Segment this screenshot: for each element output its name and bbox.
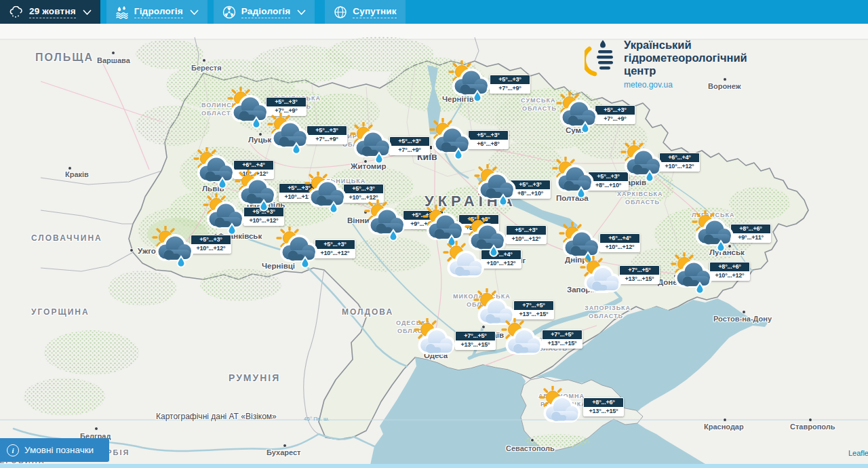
date-menu[interactable]: 29 жовтня bbox=[0, 0, 100, 24]
hydrology-icon bbox=[115, 5, 129, 19]
map-credit: Картографічні дані АТ «Візіком» bbox=[156, 412, 277, 421]
legend-button[interactable]: i Умовні позначки bbox=[0, 438, 109, 462]
hydrology-menu-label: Гідрологія bbox=[134, 6, 183, 18]
leaflet-attribution-link[interactable]: Leaflet bbox=[848, 449, 868, 457]
satellite-menu-label: Супутник bbox=[353, 6, 397, 18]
info-icon: i bbox=[7, 444, 19, 456]
map-canvas[interactable] bbox=[0, 24, 868, 468]
logo-line1: Український bbox=[624, 39, 747, 52]
satellite-globe-icon bbox=[334, 5, 347, 19]
uhmc-logo-mark bbox=[585, 39, 614, 79]
satellite-menu[interactable]: Супутник bbox=[325, 0, 406, 24]
logo-line3: центр bbox=[624, 64, 747, 77]
uhmc-logo: Український гідрометеорологічний центр m… bbox=[585, 39, 747, 90]
chevron-down-icon bbox=[190, 9, 199, 15]
hydrology-menu[interactable]: Гідрологія bbox=[106, 0, 208, 24]
top-toolbar: 29 жовтня Гідрологія bbox=[0, 0, 868, 24]
chevron-down-icon bbox=[83, 9, 92, 15]
radiology-menu-label: Радіологія bbox=[241, 6, 290, 18]
radiology-menu[interactable]: Радіологія bbox=[214, 0, 315, 24]
logo-url[interactable]: meteo.gov.ua bbox=[624, 80, 747, 90]
weather-map-app: УКРАЇНАПОЛЬЩАСЛОВАЧЧИНАУГОРЩИНАРУМУНІЯМО… bbox=[0, 0, 868, 468]
logo-line2: гідрометеорологічний bbox=[624, 52, 747, 64]
legend-button-label: Умовні позначки bbox=[24, 445, 94, 455]
radiology-icon bbox=[222, 5, 236, 19]
bottom-strip bbox=[0, 464, 868, 468]
chevron-down-icon bbox=[297, 9, 306, 15]
date-menu-label: 29 жовтня bbox=[29, 6, 76, 18]
weather-cloud-icon bbox=[9, 6, 24, 18]
latitude-label: 45° Пн. ш. bbox=[304, 416, 330, 422]
map-base-svg bbox=[0, 24, 868, 468]
